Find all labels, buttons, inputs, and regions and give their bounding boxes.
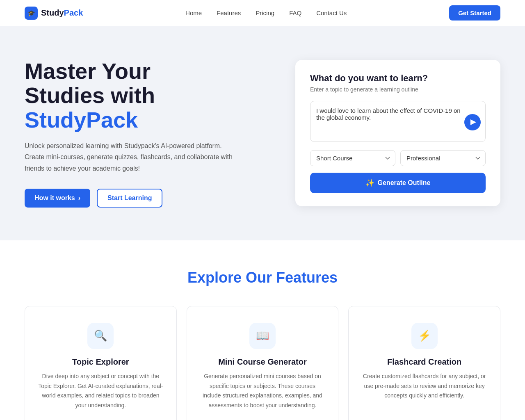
how-it-works-button[interactable]: How it works › [25, 189, 90, 208]
widget-title: What do you want to learn? [310, 73, 486, 84]
feature-desc-mini-course: Generate personalized mini courses based… [200, 372, 325, 411]
feature-title-flashcard: Flashcard Creation [362, 357, 487, 367]
feature-card-topic-explorer: 🔍 Topic Explorer Dive deep into any subj… [25, 306, 177, 420]
logo[interactable]: 🎓 StudyPack [25, 7, 83, 20]
feature-desc-topic-explorer: Dive deep into any subject or concept wi… [38, 372, 163, 411]
hero-title: Master Your Studies with StudyPack [25, 59, 238, 132]
features-grid: 🔍 Topic Explorer Dive deep into any subj… [25, 306, 500, 420]
nav-faq[interactable]: FAQ [289, 9, 301, 16]
feature-title-topic-explorer: Topic Explorer [38, 357, 163, 367]
feature-card-mini-course: 📖 Mini Course Generator Generate persona… [187, 306, 339, 420]
nav-links: Home Features Pricing FAQ Contact Us [185, 9, 347, 17]
sparkle-icon: ✨ [365, 178, 374, 187]
logo-text: StudyPack [41, 8, 83, 18]
get-started-button[interactable]: Get Started [449, 5, 500, 21]
book-icon: 📖 [249, 323, 276, 349]
features-section: Explore Our Features 🔍 Topic Explorer Di… [0, 240, 525, 420]
logo-icon: 🎓 [25, 7, 38, 20]
features-title: Explore Our Features [25, 269, 500, 286]
course-type-select[interactable]: Short Course Long Course Quick Summary [310, 150, 395, 166]
nav-home[interactable]: Home [185, 9, 202, 16]
navbar: 🎓 StudyPack Home Features Pricing FAQ Co… [0, 0, 525, 26]
feature-card-flashcard: ⚡ Flashcard Creation Create customized f… [348, 306, 500, 420]
search-icon: 🔍 [87, 323, 114, 349]
hero-left: Master Your Studies with StudyPack Unloc… [25, 59, 238, 208]
hero-buttons: How it works › Start Learning [25, 189, 238, 208]
nav-contact[interactable]: Contact Us [316, 9, 347, 16]
generate-outline-button[interactable]: ✨ Generate Outline [310, 173, 486, 193]
widget-subtitle: Enter a topic to generate a learning out… [310, 86, 486, 93]
nav-pricing[interactable]: Pricing [256, 9, 274, 16]
level-select[interactable]: Professional Beginner Intermediate Exper… [400, 150, 486, 166]
chevron-right-icon: › [78, 194, 80, 202]
nav-features[interactable]: Features [217, 9, 241, 16]
play-button[interactable] [464, 114, 481, 130]
start-learning-button[interactable]: Start Learning [97, 189, 162, 208]
widget-selects: Short Course Long Course Quick Summary P… [310, 150, 486, 166]
hero-section: Master Your Studies with StudyPack Unloc… [0, 26, 525, 240]
feature-title-mini-course: Mini Course Generator [200, 357, 325, 367]
topic-input-wrapper [310, 101, 486, 144]
hero-description: Unlock personalized learning with Studyp… [25, 140, 238, 174]
feature-desc-flashcard: Create customized flashcards for any sub… [362, 372, 487, 401]
learning-widget: What do you want to learn? Enter a topic… [295, 60, 500, 206]
topic-textarea[interactable] [310, 101, 486, 142]
lightning-icon: ⚡ [411, 323, 438, 349]
